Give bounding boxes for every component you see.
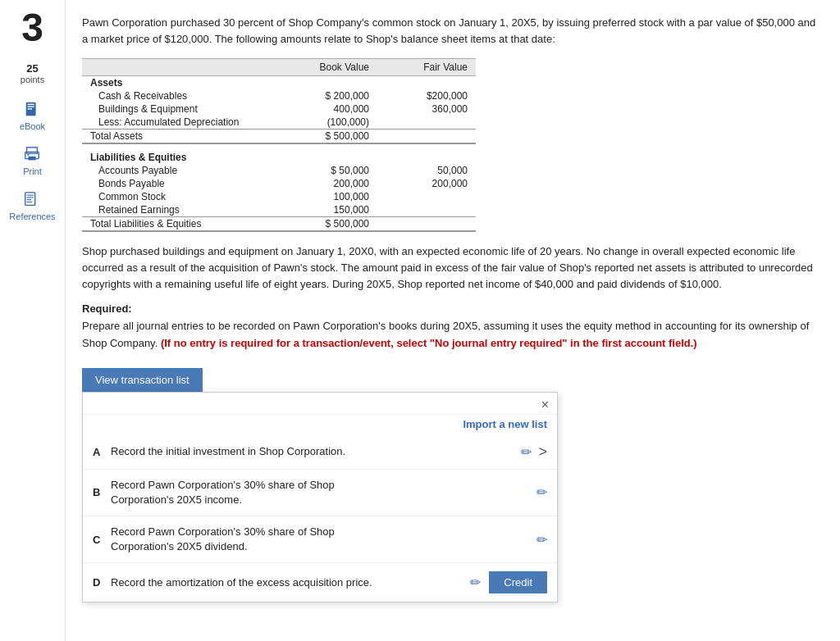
trans-desc-d: Record the amortization of the excess ac… (111, 575, 462, 590)
sidebar-tools: eBook Print (9, 101, 55, 221)
fv-header: Fair Value (377, 59, 476, 76)
cash-label: Cash & Receivables (82, 89, 271, 102)
transaction-item-b[interactable]: B Record Pawn Corporation's 30% share of… (83, 470, 557, 516)
svg-rect-3 (28, 108, 33, 109)
credit-button[interactable]: Credit (489, 571, 547, 593)
balance-sheet-table: Book Value Fair Value Assets Cash & Rece… (82, 58, 476, 232)
retained-fv (377, 203, 476, 217)
svg-rect-12 (27, 202, 32, 202)
transaction-item-d[interactable]: D Record the amortization of the excess … (83, 563, 557, 602)
description-text: Shop purchased buildings and equipment o… (82, 243, 820, 293)
trans-letter-b: B (93, 486, 111, 498)
svg-rect-1 (28, 104, 34, 105)
row-accum-dep: Less: Accumulated Depreciation (100,000) (82, 116, 476, 130)
ap-fv: 50,000 (377, 164, 476, 177)
transaction-item-a[interactable]: A Record the initial investment in Shop … (83, 435, 557, 470)
common-stock-label: Common Stock (82, 190, 271, 203)
sidebar: 3 25 points eBook (0, 0, 66, 641)
trans-letter-d: D (93, 576, 111, 589)
required-header: Required: (82, 302, 820, 315)
row-total-assets: Total Assets $ 500,000 (82, 130, 476, 144)
popup-area: × Import a new list A Record the initial… (82, 392, 820, 603)
total-liab-bv: $ 500,000 (271, 217, 377, 232)
trans-desc-a: Record the initial investment in Shop Co… (111, 444, 513, 459)
row-retained: Retained Earnings 150,000 (82, 203, 476, 217)
required-red-text: (If no entry is required for a transacti… (161, 337, 697, 349)
edit-icon-a[interactable]: ✏ (521, 444, 532, 460)
trans-desc-c: Record Pawn Corporation's 30% share of S… (111, 525, 528, 554)
total-assets-bv: $ 500,000 (271, 130, 377, 144)
total-liab-label: Total Liabilities & Equities (82, 217, 271, 232)
common-stock-fv (377, 190, 476, 203)
required-text: Prepare all journal entries to be record… (82, 318, 820, 351)
print-label: Print (23, 166, 42, 176)
accum-dep-bv: (100,000) (271, 116, 377, 130)
ebook-label: eBook (20, 121, 45, 131)
points-label: points (21, 75, 44, 84)
bonds-bv: 200,000 (271, 177, 377, 190)
ap-label: Accounts Payable (82, 164, 271, 177)
view-transaction-list-button[interactable]: View transaction list (82, 368, 203, 392)
popup-close-button[interactable]: × (541, 398, 549, 412)
sidebar-item-ebook[interactable]: eBook (20, 101, 45, 131)
bv-header: Book Value (271, 59, 377, 76)
row-cash: Cash & Receivables $ 200,000 $200,000 (82, 89, 476, 102)
sidebar-item-print[interactable]: Print (23, 146, 42, 176)
svg-rect-9 (27, 195, 34, 196)
ap-bv: $ 50,000 (271, 164, 377, 177)
buildings-bv: 400,000 (271, 102, 377, 116)
retained-label: Retained Earnings (82, 203, 271, 217)
problem-intro: Pawn Corporation purchased 30 percent of… (82, 15, 820, 47)
total-liab-fv (377, 217, 476, 232)
retained-bv: 150,000 (271, 203, 377, 217)
bonds-fv: 200,000 (377, 177, 476, 190)
assets-label: Assets (82, 76, 271, 90)
svg-rect-2 (28, 106, 34, 107)
transaction-popup: × Import a new list A Record the initial… (82, 392, 558, 603)
buildings-label: Buildings & Equipment (82, 102, 271, 116)
arrow-icon-a[interactable]: > (538, 443, 547, 461)
trans-desc-b: Record Pawn Corporation's 30% share of S… (111, 478, 528, 507)
cash-fv: $200,000 (377, 89, 476, 102)
svg-rect-7 (28, 154, 30, 156)
section-liab-header: Liabilities & Equities (82, 151, 476, 164)
accum-dep-fv (377, 116, 476, 130)
popup-header: × (83, 393, 557, 415)
edit-icon-c[interactable]: ✏ (536, 532, 547, 548)
row-ap: Accounts Payable $ 50,000 50,000 (82, 164, 476, 177)
svg-rect-6 (29, 157, 36, 161)
transaction-list: A Record the initial investment in Shop … (83, 435, 557, 602)
row-bonds: Bonds Payable 200,000 200,000 (82, 177, 476, 190)
row-buildings: Buildings & Equipment 400,000 360,000 (82, 102, 476, 116)
common-stock-bv: 100,000 (271, 190, 377, 203)
sidebar-item-references[interactable]: References (9, 191, 55, 221)
bonds-label: Bonds Payable (82, 177, 271, 190)
section-assets-header: Assets (82, 76, 476, 90)
popup-import-link[interactable]: Import a new list (83, 415, 557, 435)
svg-rect-8 (25, 193, 35, 206)
spacer-row (82, 143, 476, 151)
row-total-liab: Total Liabilities & Equities $ 500,000 (82, 217, 476, 232)
accum-dep-label: Less: Accumulated Depreciation (82, 116, 271, 130)
trans-letter-a: A (93, 446, 111, 458)
points-value: 25 (26, 62, 38, 75)
row-common-stock: Common Stock 100,000 (82, 190, 476, 203)
trans-letter-c: C (93, 534, 111, 546)
total-assets-label: Total Assets (82, 130, 271, 144)
transaction-item-c[interactable]: C Record Pawn Corporation's 30% share of… (83, 516, 557, 563)
svg-rect-4 (27, 148, 38, 153)
svg-rect-11 (27, 199, 32, 200)
problem-number: 3 (21, 8, 43, 48)
cash-bv: $ 200,000 (271, 89, 377, 102)
references-label: References (9, 211, 55, 221)
edit-icon-b[interactable]: ✏ (536, 484, 547, 500)
edit-icon-d[interactable]: ✏ (470, 575, 481, 590)
svg-rect-10 (27, 197, 34, 198)
liab-label: Liabilities & Equities (82, 151, 271, 164)
total-assets-fv (377, 130, 476, 144)
book-icon (23, 101, 41, 119)
main-content: Pawn Corporation purchased 30 percent of… (66, 0, 840, 641)
buildings-fv: 360,000 (377, 102, 476, 116)
print-icon (23, 146, 41, 164)
references-icon (23, 191, 41, 209)
